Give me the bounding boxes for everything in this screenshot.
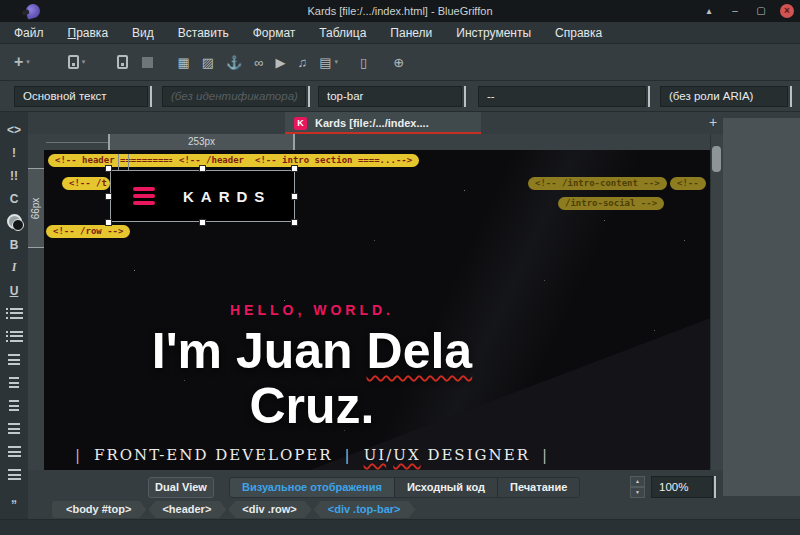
- class-style-icon[interactable]: C: [10, 191, 19, 206]
- insert-form-button[interactable]: ▤: [319, 50, 331, 74]
- breadcrumb-body[interactable]: <body #top>: [52, 501, 146, 518]
- menu-view[interactable]: Вид: [132, 26, 154, 40]
- new-document-dropdown-icon[interactable]: ▾: [82, 50, 86, 74]
- zoom-level-field[interactable]: 100%: [651, 476, 713, 498]
- hero-greeting[interactable]: HELLO, WORLD.: [52, 302, 572, 318]
- minimize-window-icon[interactable]: –: [728, 4, 742, 18]
- italic-icon[interactable]: I: [12, 260, 17, 275]
- shade-window-icon[interactable]: ▴: [702, 4, 716, 18]
- insert-audio-button[interactable]: ♫: [297, 50, 307, 74]
- open-document-button[interactable]: [117, 50, 128, 74]
- field-splitter[interactable]: [648, 86, 650, 107]
- element-class-field[interactable]: top-bar: [318, 86, 462, 107]
- menu-edit[interactable]: Правка: [68, 26, 109, 40]
- field-splitter[interactable]: [308, 86, 310, 107]
- comment-marker-intro-open[interactable]: <!-- intro section ====...-->: [248, 154, 419, 167]
- breadcrumb-div-row[interactable]: <div .row>: [228, 501, 311, 518]
- hero-subtitle[interactable]: |FRONT-END DEVELOPER|UI/UX DESIGNER|: [52, 446, 572, 464]
- insert-form-dropdown-icon[interactable]: ▾: [335, 50, 339, 74]
- menu-table[interactable]: Таблица: [319, 26, 366, 40]
- breadcrumb-header[interactable]: <header>: [148, 501, 226, 518]
- blockquote-icon[interactable]: „: [11, 490, 17, 505]
- new-tab-button[interactable]: +: [704, 113, 722, 131]
- insert-video-button[interactable]: ▶: [275, 50, 285, 74]
- menu-insert[interactable]: Вставить: [178, 26, 229, 40]
- comment-marker-row-close[interactable]: <!-- /row -->: [46, 225, 130, 238]
- numbered-list-icon[interactable]: [6, 329, 23, 344]
- menu-tools[interactable]: Инструменты: [456, 26, 531, 40]
- bold-icon[interactable]: B: [10, 237, 19, 252]
- outdent-icon[interactable]: [9, 375, 19, 390]
- resize-handle-s[interactable]: [199, 219, 206, 226]
- zoom-stepper[interactable]: ▲▼: [630, 476, 645, 498]
- breadcrumb-div-topbar[interactable]: <div .top-bar>: [314, 501, 416, 518]
- resize-handle-se[interactable]: [291, 219, 298, 226]
- window-controls: ▴ – ▢ ×: [702, 0, 794, 22]
- attribute-bar: Основной текст (без идентификатора) top-…: [0, 81, 800, 112]
- tab-source-view[interactable]: Исходный код: [395, 478, 498, 497]
- tab-print-view[interactable]: Печатание: [498, 478, 579, 497]
- wysiwyg-canvas[interactable]: <!-- header ==========...--> <!-- /heade…: [44, 150, 710, 470]
- new-document-icon: [68, 55, 79, 69]
- emphasis-icon[interactable]: !: [12, 145, 16, 160]
- menu-format[interactable]: Формат: [253, 26, 296, 40]
- strong-emphasis-icon[interactable]: !!: [10, 168, 18, 183]
- document-tab[interactable]: K Kards [file:/.../index....: [285, 112, 481, 134]
- resize-handle-sw[interactable]: [105, 219, 112, 226]
- dual-view-button[interactable]: Dual View: [148, 477, 214, 498]
- definition-list-icon[interactable]: [8, 352, 20, 367]
- close-window-icon[interactable]: ×: [780, 4, 794, 18]
- misspelled-word: Dela: [367, 323, 473, 379]
- markup-icon[interactable]: <>: [7, 122, 21, 137]
- insert-image-button[interactable]: ▨: [202, 50, 214, 74]
- resize-handle-nw[interactable]: [105, 165, 112, 172]
- comment-marker-intro-social-close[interactable]: /intro-social -->: [558, 197, 664, 210]
- aria-role-field[interactable]: (без роли ARIA): [660, 86, 788, 107]
- browser-preview-button[interactable]: ⊕: [393, 50, 404, 74]
- insert-table-button[interactable]: ▦: [177, 50, 189, 74]
- comment-marker-intro-content-close[interactable]: <!-- /intro-content -->: [528, 177, 667, 190]
- menu-file[interactable]: Файл: [14, 26, 44, 40]
- document-tabstrip: K Kards [file:/.../index.... +: [0, 112, 800, 134]
- add-element-button[interactable]: +: [14, 50, 23, 74]
- new-document-button[interactable]: [68, 50, 79, 74]
- field-splitter[interactable]: [790, 86, 792, 107]
- kards-logo-text[interactable]: KARDS: [183, 171, 271, 223]
- insert-anchor-button[interactable]: ⚓: [226, 50, 242, 74]
- resize-handle-ne[interactable]: [291, 165, 298, 172]
- canvas-scrollbar-thumb[interactable]: [712, 146, 721, 172]
- tab-title: Kards [file:/.../index....: [315, 117, 429, 129]
- resize-handle-w[interactable]: [105, 193, 112, 200]
- menu-panels[interactable]: Панели: [390, 26, 432, 40]
- background-stars: [44, 150, 45, 151]
- selected-topbar-element[interactable]: KARDS: [110, 170, 295, 222]
- mobile-preview-button[interactable]: ▯: [360, 50, 367, 74]
- indent-icon[interactable]: [9, 398, 19, 413]
- comment-marker-partial-open[interactable]: <!--: [670, 177, 706, 190]
- color-picker-icon[interactable]: [7, 214, 22, 229]
- insert-link-button[interactable]: ∞: [254, 50, 263, 74]
- save-button[interactable]: [142, 50, 153, 74]
- bullet-list-icon[interactable]: [6, 306, 23, 321]
- align-left-icon[interactable]: [8, 421, 20, 436]
- add-element-dropdown-icon[interactable]: ▾: [26, 50, 30, 74]
- zoom-down-icon: ▼: [630, 487, 645, 498]
- align-justify-icon[interactable]: [8, 467, 21, 482]
- canvas-scrollbar-track[interactable]: [710, 134, 723, 470]
- comment-marker-topbar-close[interactable]: <!-- /t: [62, 177, 110, 190]
- field-splitter[interactable]: [464, 86, 466, 107]
- element-type-field[interactable]: Основной текст: [14, 86, 148, 107]
- resize-handle-e[interactable]: [291, 193, 298, 200]
- menu-help[interactable]: Справка: [555, 26, 602, 40]
- maximize-window-icon[interactable]: ▢: [754, 4, 768, 18]
- hero-title[interactable]: I'm Juan DelaCruz.: [52, 324, 572, 434]
- margin-guide-line: [128, 154, 129, 170]
- align-center-icon[interactable]: [8, 444, 21, 459]
- field-splitter[interactable]: [150, 86, 152, 107]
- element-id-field[interactable]: (без идентификатора): [162, 86, 306, 107]
- resize-handle-n[interactable]: [199, 165, 206, 172]
- hero-section[interactable]: HELLO, WORLD. I'm Juan DelaCruz. |FRONT-…: [52, 302, 572, 464]
- underline-icon[interactable]: U: [10, 283, 19, 298]
- element-lang-field[interactable]: --: [478, 86, 646, 107]
- tab-wysiwyg-view[interactable]: Визуальное отображения: [230, 478, 395, 497]
